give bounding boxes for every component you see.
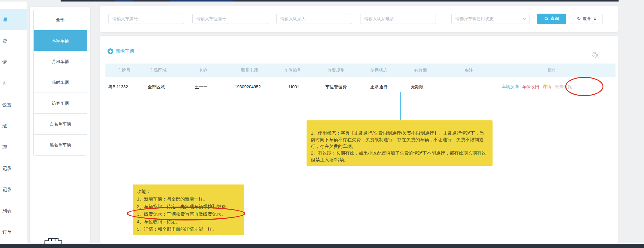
sidebar-item-label: 理 <box>2 145 7 150</box>
annotation-connector-line <box>400 92 401 120</box>
search-button[interactable]: 查询 <box>537 14 566 24</box>
feature-note-item: 3、缴费记录：车辆收费写完再做缴费记录。 <box>137 210 240 218</box>
cell-rule: 车位管理费 <box>325 77 347 97</box>
feature-note-item: 5、详情：和全部里面的详情功能一样。 <box>137 225 240 233</box>
row-actions: 车辆换绑 车位收回 详情 缴费情况 <box>502 77 572 97</box>
cell-status: 正常通行 <box>370 77 387 97</box>
feature-note-item: 4、车位收回：待定。 <box>137 218 240 225</box>
vehicle-category-tabs: 全部 私家车辆 月租车辆 临时车辆 访客车辆 白名单车辆 黑名单车辆 <box>33 9 87 156</box>
action-reclaim-space[interactable]: 车位收回 <box>522 84 539 90</box>
space-number-input[interactable] <box>192 14 268 24</box>
status-explanation-note: 1、使用状态：字典【正常通行/欠费限制通行/欠费不限制通行】。正常通行情况下，当… <box>307 120 493 166</box>
sidebar-item-label: 请 <box>2 59 7 64</box>
sidebar-item-3[interactable]: 库 <box>0 73 27 94</box>
action-detail[interactable]: 详情 <box>543 84 551 90</box>
th-area: 车场区域 <box>150 64 167 77</box>
browser-top-edge-segment <box>170 0 233 2</box>
th-phone: 联系电话 <box>241 64 258 77</box>
vehicle-category-panel: 全部 私家车辆 月租车辆 临时车辆 访客车辆 白名单车辆 黑名单车辆 <box>30 7 90 243</box>
vehicle-status-select-placeholder: 请选择车辆使用状态 <box>455 16 493 21</box>
double-chevron-down-icon <box>593 17 597 21</box>
th-validity: 有效期 <box>414 64 427 77</box>
sidebar-item-6[interactable]: 理 <box>0 137 27 158</box>
chevron-down-icon <box>523 18 526 20</box>
column-settings-button[interactable] <box>591 51 599 60</box>
action-payment-status[interactable]: 缴费情况 <box>555 84 572 90</box>
contact-phone-input[interactable] <box>360 14 436 24</box>
sidebar-item-label: 费 <box>2 38 7 43</box>
th-plate: 车牌号 <box>118 64 131 77</box>
sidebar-item-label: 设置 <box>2 102 12 107</box>
gear-icon <box>591 51 599 59</box>
sidebar-item-label: 记录 <box>2 187 12 192</box>
plate-number-input[interactable] <box>108 14 184 24</box>
tab-monthly-vehicles[interactable]: 月租车辆 <box>34 51 87 72</box>
sidebar-item-label: 理 <box>2 17 7 22</box>
sidebar-item-label: 订单 <box>2 229 12 234</box>
tab-all-vehicles[interactable]: 全部 <box>34 9 87 30</box>
sidebar-item-9[interactable]: 列表 <box>0 200 27 221</box>
clipped-background-icon <box>42 237 67 244</box>
sidebar-item-1[interactable]: 费 <box>0 30 27 51</box>
expand-button-label: 展开 <box>583 16 591 21</box>
add-vehicle-button[interactable]: 新增车辆 <box>108 48 134 54</box>
cell-name: 王一一 <box>195 77 207 97</box>
browser-top-edge-segment <box>115 0 133 2</box>
plus-icon <box>108 48 113 54</box>
sidebar-item-4[interactable]: 设置 <box>0 94 27 116</box>
status-note-text: 1、使用状态：字典【正常通行/欠费限制通行/欠费不限制通行】。正常通行情况下，当… <box>311 130 486 162</box>
tab-whitelist-vehicles[interactable]: 白名单车辆 <box>34 114 87 135</box>
refresh-icon: ↻ <box>577 16 581 21</box>
feature-list-note: 功能： 1、新增车辆：与全部的新增一样。 2、车辆换绑：待定，先实现车辆维护和缴… <box>133 184 244 235</box>
th-space: 车位编号 <box>284 64 301 77</box>
th-remark: 备注 <box>465 64 473 77</box>
tab-visitor-vehicles[interactable]: 访客车辆 <box>34 93 87 114</box>
vehicle-management-page: 理 费 请 库 设置 域 理 记录 记录 列表 订单 全部 私家车辆 月租车辆 … <box>0 0 644 248</box>
cell-phone: 19309204952 <box>235 77 261 97</box>
table-header-row: 车牌号 车场区域 名称 联系电话 车位编号 收费规则 使用状态 有效期 备注 操… <box>105 64 616 77</box>
contact-name-input[interactable] <box>276 14 352 24</box>
sidebar-item-10[interactable]: 订单 <box>0 221 27 243</box>
add-vehicle-label: 新增车辆 <box>116 48 134 54</box>
tab-private-vehicles[interactable]: 私家车辆 <box>34 30 87 51</box>
cell-validity: 无期限 <box>411 77 423 97</box>
search-icon <box>544 17 549 21</box>
bottom-task-bar <box>0 244 644 248</box>
search-filter-bar: 请选择车辆使用状态 查询 ↻ 展开 <box>100 6 618 32</box>
tab-blacklist-vehicles[interactable]: 黑名单车辆 <box>34 135 87 155</box>
browser-top-edge <box>61 0 619 2</box>
tab-temporary-vehicles[interactable]: 临时车辆 <box>34 72 87 93</box>
cell-plate: 粤B 11332 <box>108 77 128 97</box>
sidebar-item-label: 库 <box>2 81 7 86</box>
feature-note-title: 功能： <box>137 188 240 195</box>
search-button-label: 查询 <box>550 16 559 21</box>
sidebar-item-label: 列表 <box>2 208 12 213</box>
sidebar-item-5[interactable]: 域 <box>0 116 27 137</box>
cell-space: U001 <box>289 77 299 97</box>
feature-note-item: 1、新增车辆：与全部的新增一样。 <box>137 195 240 203</box>
th-name: 名称 <box>199 64 207 77</box>
sidebar-item-2[interactable]: 请 <box>0 51 27 73</box>
sidebar-item-7[interactable]: 记录 <box>0 158 27 179</box>
th-actions: 操作 <box>548 64 556 77</box>
th-status: 使用状态 <box>370 64 387 77</box>
action-rebind-vehicle[interactable]: 车辆换绑 <box>502 84 519 90</box>
th-rule: 收费规则 <box>327 64 344 77</box>
table-row: 粤B 11332 全部区域 王一一 19309204952 U001 车位管理费… <box>105 77 616 97</box>
sidebar-item-label: 域 <box>2 123 7 129</box>
sidebar-item-8[interactable]: 记录 <box>0 179 27 200</box>
sidebar-item-0[interactable]: 理 <box>0 9 27 30</box>
sidebar-item-label: 记录 <box>2 166 12 171</box>
cell-area: 全部区域 <box>148 77 165 97</box>
feature-note-item: 2、车辆换绑：待定，先实现车辆维护和缴费。 <box>137 203 240 210</box>
expand-button[interactable]: ↻ 展开 <box>571 14 603 24</box>
vehicle-status-select[interactable]: 请选择车辆使用状态 <box>451 14 529 24</box>
sidebar-nav: 理 费 请 库 设置 域 理 记录 记录 列表 订单 <box>0 2 27 244</box>
